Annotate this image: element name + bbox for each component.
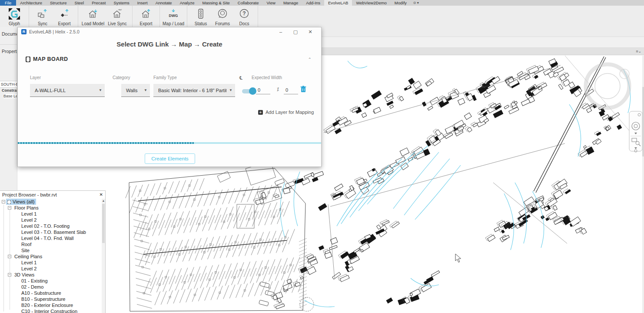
tree-item-3d-views[interactable]: −3D Views [0,272,102,278]
tab-analyze[interactable]: Analyze [176,0,199,6]
tree-item-label: Level 1 [21,211,37,216]
export-button[interactable]: Export [53,7,75,26]
tab-manage[interactable]: Manage [279,0,302,6]
docs-icon: ? [238,7,250,20]
tree-item-label: Level 03 - T.O. Basement Slab [21,230,86,235]
tree-item-level-03-t-o-basement-slab[interactable]: Level 03 - T.O. Basement Slab [0,229,102,235]
tree-item-level-1[interactable]: Level 1 [0,260,102,266]
tree-item-b10-superstructure[interactable]: B10 - Superstructure [0,296,102,302]
centerline-icon: ℄ [239,75,242,81]
tab-view[interactable]: View [262,0,279,6]
close-button[interactable]: ✕ [303,29,318,35]
tree-item-site[interactable]: Site [0,247,102,253]
trash-icon [300,86,306,93]
scrollbar-thumb[interactable] [102,204,105,243]
project-browser-header[interactable]: Project Browser - bwbr.rvt ✕ [0,191,105,198]
tree-item-label: Level 2 [21,266,37,271]
ribbon-button-label: Load Model [82,21,104,26]
project-browser-panel: Project Browser - bwbr.rvt ✕ −Views (all… [0,190,106,313]
centerline-toggle[interactable] [242,89,253,93]
tree-item-label: Views (all) [13,199,35,204]
tab-add-ins[interactable]: Add-Ins [302,0,324,6]
tab-evolvelab[interactable]: EvolveLAB [324,0,352,6]
tree-item-label: Level 1 [21,260,37,265]
load-model-icon [87,7,99,20]
map-board-section-header[interactable]: MAP BOARD [26,56,68,62]
tree-item-b20-exterior-enclosure[interactable]: B20 - Exterior Enclosure [0,302,102,308]
live-sync-button[interactable]: Live Sync [105,7,129,26]
scroll-up-arrow-icon[interactable]: ▲ [102,199,105,203]
base-level-row[interactable]: Base Leve [3,94,17,98]
create-elements-button[interactable]: Create Elements [145,153,195,164]
expected-width-input[interactable]: 0 [256,87,270,94]
tab-steel[interactable]: Steel [71,0,88,6]
export-button[interactable]: Export [135,7,157,26]
properties-label: Properties [2,49,17,54]
tree-item-views-all-[interactable]: −Views (all) [0,199,102,205]
tab-modify[interactable]: Modify [391,0,411,6]
tree-item-level-04-t-o-fnd-wall[interactable]: Level 04 - T.O. Fnd. Wall [0,235,102,241]
tree-item-label: Level 2 [21,217,37,223]
tab-annotate[interactable]: Annotate [152,0,176,6]
collapse-chevron-icon[interactable]: ⌃ [308,57,312,62]
tree-item-a10-substructure[interactable]: A10 - Substructure [0,290,102,296]
add-layer-button[interactable]: + Add Layer for Mapping [258,110,314,115]
tab-precast[interactable]: Precast [88,0,110,6]
minimize-button[interactable]: – [273,29,288,34]
tab-insert[interactable]: Insert [133,0,152,6]
tree-item-label: B10 - Superstructure [21,296,66,302]
svg-text:DWG: DWG [169,13,178,18]
maximize-button[interactable]: ▢ [288,29,303,35]
type-selector-fragment[interactable]: SOUTH-E [0,81,17,88]
tree-item-01-existing[interactable]: 01 - Existing [0,278,102,284]
tree-item-02-demo[interactable]: 02 - Demo [0,284,102,290]
load-model-button[interactable]: Load Model [81,7,105,26]
toggle-knob [249,87,256,95]
tab-massing-site[interactable]: Massing & Site [198,0,233,6]
tab-webview2demo[interactable]: WebView2Demo [352,0,390,6]
tree-item-level-2[interactable]: Level 2 [0,217,102,223]
docs-button[interactable]: ?Docs [233,7,255,26]
tree-item-level-02-t-o-footing[interactable]: Level 02 - T.O. Footing [0,223,102,229]
close-icon[interactable]: ✕ [100,192,103,197]
tab-systems[interactable]: Systems [110,0,133,6]
map-load-button[interactable]: DWGMap / Load [163,7,184,26]
tab-file[interactable]: File [0,0,16,6]
tree-item-label: Level 02 - T.O. Footing [21,223,70,229]
tree-item-floor-plans[interactable]: −Floor Plans [0,205,102,211]
family-type-dropdown[interactable]: Basic Wall: Interior - 6 1/8" Partitio ▼ [153,84,235,97]
add-layer-label: Add Layer for Mapping [266,110,314,115]
ribbon-button-label: Docs [239,21,249,26]
project-browser-scrollbar[interactable]: ▲ [102,199,105,313]
tree-item-ceiling-plans[interactable]: −Ceiling Plans [0,253,102,260]
tree-expander-icon[interactable]: − [8,255,11,258]
layer-dropdown-value: A-WALL-FULL [35,88,66,93]
tab-architecture[interactable]: Architecture [16,0,46,6]
tree-expander-icon[interactable]: − [2,200,5,203]
tab-structure[interactable]: Structure [46,0,71,6]
tree-item-c10-interior-construction[interactable]: C10 - Interior Construction [0,308,102,313]
sync-button[interactable]: Sync [32,7,53,26]
constraints-row: Constraint [2,88,17,93]
dialog-title-bar[interactable]: R EvolveLAB | Helix - 2.5.0 – ▢ ✕ [18,27,321,36]
tree-item-level-2[interactable]: Level 2 [0,266,102,272]
tree-item-level-1[interactable]: Level 1 [0,211,102,217]
tree-item-roof[interactable]: Roof [0,241,102,247]
tab-collaborate[interactable]: Collaborate [234,0,263,6]
status-button[interactable]: Status [190,7,212,26]
layer-dropdown[interactable]: A-WALL-FULL ▼ [30,84,105,97]
forums-button[interactable]: Forums [212,7,233,26]
glyph-button[interactable]: Glyph [3,7,26,26]
ribbon-display-toggle-icon[interactable]: ⊙ ▾ [413,1,419,5]
tree-expander-icon[interactable]: − [8,206,11,210]
tolerance-input[interactable]: 0 [284,87,298,94]
ribbon-button-label: Export [140,21,153,26]
tree-item-label: C10 - Interior Construction [21,309,77,313]
tree-expander-icon[interactable]: − [8,273,11,276]
family-type-column-label: Family Type [153,75,177,80]
tree-item-label: Ceiling Plans [14,254,42,259]
category-dropdown[interactable]: Walls ▼ [121,84,150,97]
chevron-down-icon: ▼ [141,88,147,92]
delete-row-button[interactable] [300,86,306,94]
info-bar-icon[interactable]: ≡⌄ [636,49,641,53]
